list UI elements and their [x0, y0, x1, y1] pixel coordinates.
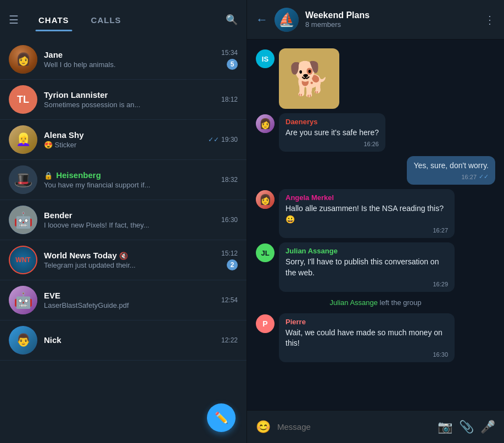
message-input[interactable] — [277, 422, 431, 431]
chat-info-heisenberg: 🔒 Heisenberg You have my financial suppo… — [44, 170, 217, 189]
msg-footer-julian: 16:29 — [285, 281, 448, 287]
chat-info-jane: Jane Well I do help animals. — [44, 50, 217, 69]
tab-chats[interactable]: CHATS — [27, 11, 80, 29]
mute-icon: 🔇 — [119, 252, 128, 260]
avatar-julian: JL — [256, 243, 275, 262]
msg-time-angela: 16:27 — [433, 227, 448, 234]
group-avatar: ⛵ — [275, 8, 299, 32]
tabs-container: CHATS CALLS — [27, 11, 226, 29]
badge-jane: 5 — [227, 59, 238, 70]
sender-angela: Angela Merkel — [285, 193, 448, 202]
chat-name-wnt: World News Today 🔇 — [44, 251, 217, 260]
chat-input-bar: 😊 📷 📎 🎤 — [247, 410, 504, 443]
lock-icon: 🔒 — [44, 171, 53, 180]
system-message-julian-left: Julian Assange left the group — [256, 296, 495, 309]
chat-preview-tyrion: Sometimes possession is an... — [44, 101, 217, 109]
chat-meta-alena: ✓✓ 19:30 — [208, 136, 238, 143]
chat-name-eve: EVE — [44, 291, 217, 300]
msg-footer-pierre: 16:30 — [285, 351, 448, 358]
message-bubble-sticker: 🐕 — [279, 48, 339, 109]
avatar-alena: 👱‍♀️ — [9, 125, 37, 154]
avatar-jane: 👩 — [9, 45, 37, 74]
sender-julian: Julian Assange — [285, 247, 448, 255]
chat-item-eve[interactable]: 🤖 EVE LaserBlastSafetyGuide.pdf 12:54 — [0, 280, 247, 320]
avatar-nick: 👨 — [9, 326, 37, 355]
chat-info-bender: Bender I looove new Pixels! If fact, the… — [44, 211, 217, 229]
chat-time-heisenberg: 18:32 — [221, 176, 238, 184]
msg-footer-outgoing: 16:27 ✓✓ — [413, 173, 489, 180]
chat-name-heisenberg: 🔒 Heisenberg — [44, 170, 217, 180]
hamburger-icon[interactable]: ☰ — [9, 13, 19, 26]
msg-text-daenerys: Are you sure it's safe here? — [285, 128, 379, 139]
msg-time-julian: 16:29 — [433, 281, 448, 287]
chat-info-tyrion: Tyrion Lannister Sometimes possession is… — [44, 90, 217, 109]
chat-name-nick: Nick — [44, 335, 217, 345]
message-bubble-julian: Julian Assange Sorry, I'll have to publi… — [279, 242, 455, 291]
avatar-daenerys: 👩 — [256, 114, 275, 133]
more-options-button[interactable]: ⋮ — [484, 13, 495, 26]
chat-name-jane: Jane — [44, 50, 217, 59]
badge-wnt: 2 — [227, 259, 238, 270]
double-check-alena: ✓✓ — [208, 136, 219, 143]
back-button[interactable]: ← — [256, 13, 268, 27]
avatar-pierre: P — [256, 314, 275, 333]
mic-button[interactable]: 🎤 — [480, 420, 495, 434]
compose-fab[interactable]: ✏️ — [207, 403, 236, 432]
chat-item-nick[interactable]: 👨 Nick 12:22 — [0, 320, 247, 361]
sender-pierre: Pierre — [285, 318, 448, 326]
msg-time-pierre: 16:30 — [433, 351, 448, 358]
chat-preview-alena: 😍 Sticker — [44, 141, 204, 149]
chat-info-wnt: World News Today 🔇 Telegram just updated… — [44, 251, 217, 269]
msg-time-daenerys: 16:26 — [363, 141, 379, 147]
msg-ticks-outgoing: ✓✓ — [479, 173, 489, 180]
chat-preview-heisenberg: You have my financial support if... — [44, 181, 217, 189]
compose-icon: ✏️ — [215, 411, 228, 424]
group-members: 8 members — [305, 20, 484, 29]
left-header: ☰ CHATS CALLS 🔍 — [0, 0, 247, 40]
chat-item-wnt[interactable]: WNT World News Today 🔇 Telegram just upd… — [0, 240, 247, 280]
chat-preview-bender: I looove new Pixels! If fact, they... — [44, 221, 217, 229]
group-name: Weekend Plans — [305, 10, 484, 20]
attach-button[interactable]: 📎 — [459, 420, 474, 434]
sender-daenerys: Daenerys — [285, 118, 379, 126]
emoji-button[interactable]: 😊 — [256, 420, 271, 434]
message-row-daenerys: 👩 Daenerys Are you sure it's safe here? … — [256, 113, 495, 152]
chat-item-bender[interactable]: 🤖 Bender I looove new Pixels! If fact, t… — [0, 200, 247, 240]
camera-button[interactable]: 📷 — [438, 420, 452, 434]
msg-text-julian: Sorry, I'll have to publish this convers… — [285, 257, 448, 278]
message-row-sticker: IS 🐕 — [256, 48, 495, 109]
msg-footer-daenerys: 16:26 — [285, 141, 379, 147]
chat-info-alena: Alena Shy 😍 Sticker — [44, 130, 204, 149]
chat-time-alena: 19:30 — [221, 136, 238, 143]
chat-time-eve: 12:54 — [221, 296, 238, 304]
message-bubble-pierre: Pierre Wait, we could have made so much … — [279, 313, 455, 362]
tab-calls[interactable]: CALLS — [80, 11, 132, 29]
chat-meta-jane: 15:34 5 — [221, 49, 238, 70]
chat-item-heisenberg[interactable]: 🎩 🔒 Heisenberg You have my financial sup… — [0, 160, 247, 200]
chat-header: ← ⛵ Weekend Plans 8 members ⋮ — [247, 0, 504, 40]
chat-meta-eve: 12:54 — [221, 296, 238, 304]
chat-preview-jane: Well I do help animals. — [44, 60, 217, 69]
chat-time-nick: 12:22 — [221, 336, 238, 344]
avatar-bender: 🤖 — [9, 206, 37, 234]
chat-time-bender: 16:30 — [221, 216, 238, 224]
chat-time-tyrion: 18:12 — [221, 96, 238, 103]
msg-text-angela: Hallo alle zusammen! Is the NSA reading … — [285, 203, 448, 225]
chat-preview-wnt: Telegram just updated their... — [44, 261, 217, 269]
search-button[interactable]: 🔍 — [226, 14, 238, 26]
chat-name-tyrion: Tyrion Lannister — [44, 90, 217, 99]
group-info: Weekend Plans 8 members — [305, 10, 484, 29]
avatar-heisenberg: 🎩 — [9, 165, 37, 194]
chat-meta-heisenberg: 18:32 — [221, 176, 238, 184]
chat-item-tyrion[interactable]: TL Tyrion Lannister Sometimes possession… — [0, 80, 247, 120]
chat-meta-bender: 16:30 — [221, 216, 238, 224]
right-panel: ← ⛵ Weekend Plans 8 members ⋮ IS 🐕 👩 Dae… — [247, 0, 504, 443]
avatar-eve: 🤖 — [9, 286, 37, 314]
chat-info-eve: EVE LaserBlastSafetyGuide.pdf — [44, 291, 217, 309]
chat-item-alena[interactable]: 👱‍♀️ Alena Shy 😍 Sticker ✓✓ 19:30 — [0, 120, 247, 160]
messages-area: IS 🐕 👩 Daenerys Are you sure it's safe h… — [247, 40, 504, 410]
chat-name-alena: Alena Shy — [44, 130, 204, 140]
chat-item-jane[interactable]: 👩 Jane Well I do help animals. 15:34 5 — [0, 40, 247, 80]
message-bubble-daenerys: Daenerys Are you sure it's safe here? 16… — [279, 113, 385, 152]
msg-time-outgoing: 16:27 — [461, 174, 477, 180]
